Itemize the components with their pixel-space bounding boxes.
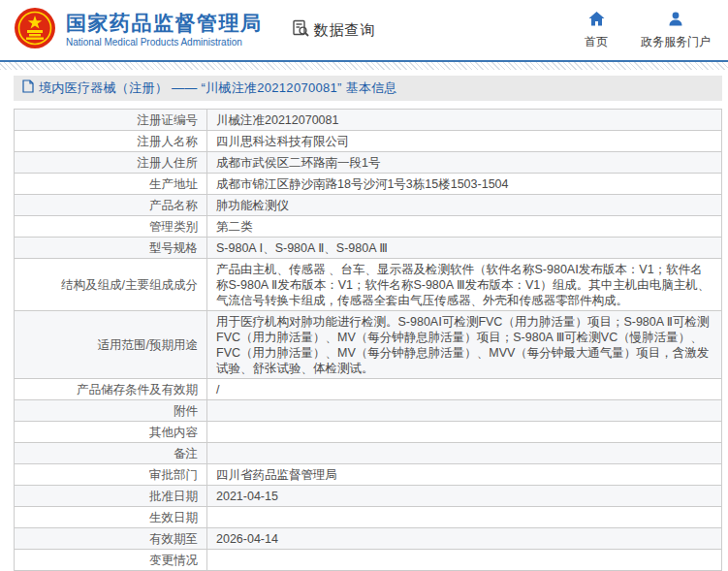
row-value [207, 550, 722, 571]
row-value: 川械注准20212070081 [207, 110, 722, 131]
user-icon [668, 12, 683, 34]
nmpa-logo[interactable]: 国家药品监督管理局 National Medical Products Admi… [14, 7, 263, 53]
table-row: 生效日期 [15, 507, 722, 528]
data-query-button[interactable]: 数据查询 [292, 19, 376, 42]
national-emblem-icon [14, 7, 56, 53]
nav-item-home[interactable]: 首页 [585, 12, 608, 50]
row-label: 附件 [15, 400, 207, 422]
table-row: 产品名称 肺功能检测仪 [15, 195, 722, 216]
row-label: 注册人名称 [15, 131, 207, 152]
row-value: 产品由主机、传感器 、台车、显示器及检测软件（软件名称S-980AⅠ发布版本：V… [207, 259, 722, 311]
table-row: 型号规格 S-980A Ⅰ、S-980A Ⅱ、S-980A Ⅲ [15, 238, 722, 259]
row-label: 适用范围/预期用途 [15, 311, 207, 379]
table-row: 附件 [15, 400, 722, 422]
row-value: S-980A Ⅰ、S-980A Ⅱ、S-980A Ⅲ [207, 238, 722, 259]
row-label: 其他内容 [15, 422, 207, 443]
page-title: 境内医疗器械（注册） —— “川械注准20212070081” 基本信息 [39, 79, 397, 97]
row-label: 批准日期 [15, 486, 207, 507]
row-value: 第二类 [207, 216, 722, 238]
row-label: 审批部门 [15, 464, 207, 486]
row-value: 四川省药品监督管理局 [207, 464, 722, 486]
nav-item-portal[interactable]: 政务服务门户 [641, 12, 711, 50]
row-label: 生效日期 [15, 507, 207, 528]
table-row: 备注 [15, 443, 722, 464]
row-label: 生产地址 [15, 174, 207, 195]
row-value [207, 400, 722, 422]
row-value [207, 507, 722, 528]
table-row: 注册证编号 川械注准20212070081 [15, 110, 722, 131]
org-name-cn: 国家药品监督管理局 [66, 12, 263, 35]
table-row: 管理类别 第二类 [15, 216, 722, 238]
nav-item-label: 政务服务门户 [641, 34, 711, 50]
registration-info-table: 注册证编号 川械注准20212070081 注册人名称 四川思科达科技有限公司 … [14, 109, 722, 571]
row-value: 2026-04-14 [207, 528, 722, 550]
row-value: 肺功能检测仪 [207, 195, 722, 216]
row-value: / [207, 379, 722, 400]
org-name-en: National Medical Products Administration [66, 37, 263, 48]
table-row: 注册人名称 四川思科达科技有限公司 [15, 131, 722, 152]
row-value [207, 443, 722, 464]
row-label: 结构及组成/主要组成成分 [15, 259, 207, 311]
table-row: 注册人住所 成都市武侯区二环路南一段1号 [15, 152, 722, 174]
document-icon [22, 79, 39, 97]
data-query-label: 数据查询 [314, 21, 376, 40]
table-row: 变更情况 [15, 550, 722, 571]
row-label: 产品储存条件及有效期 [15, 379, 207, 400]
row-label: 注册证编号 [15, 110, 207, 131]
row-label: 型号规格 [15, 238, 207, 259]
nav-item-label: 首页 [585, 34, 608, 50]
table-row: 批准日期 2021-04-15 [15, 486, 722, 507]
row-label: 注册人住所 [15, 152, 207, 174]
row-value: 用于医疗机构对肺功能进行检测。S-980AⅠ可检测FVC（用力肺活量）项目；S-… [207, 311, 722, 379]
row-label: 管理类别 [15, 216, 207, 238]
document-search-icon [292, 19, 314, 42]
row-value: 四川思科达科技有限公司 [207, 131, 722, 152]
row-label: 有效期至 [15, 528, 207, 550]
row-value: 成都市锦江区静沙南路18号沙河1号3栋15楼1503-1504 [207, 174, 722, 195]
table-row: 生产地址 成都市锦江区静沙南路18号沙河1号3栋15楼1503-1504 [15, 174, 722, 195]
row-value: 2021-04-15 [207, 486, 722, 507]
row-label: 产品名称 [15, 195, 207, 216]
decorative-hatch-strip [0, 62, 728, 70]
site-header: 国家药品监督管理局 National Medical Products Admi… [0, 0, 728, 60]
row-label: 备注 [15, 443, 207, 464]
table-row: 其他内容 [15, 422, 722, 443]
header-nav: 首页 政务服务门户 [585, 12, 711, 50]
table-row: 适用范围/预期用途 用于医疗机构对肺功能进行检测。S-980AⅠ可检测FVC（用… [15, 311, 722, 379]
table-row: 结构及组成/主要组成成分 产品由主机、传感器 、台车、显示器及检测软件（软件名称… [15, 259, 722, 311]
table-row: 有效期至 2026-04-14 [15, 528, 722, 550]
breadcrumb: 境内医疗器械（注册） —— “川械注准20212070081” 基本信息 [14, 76, 722, 101]
home-icon [588, 12, 605, 34]
table-row: 审批部门 四川省药品监督管理局 [15, 464, 722, 486]
row-value [207, 422, 722, 443]
table-row: 产品储存条件及有效期 / [15, 379, 722, 400]
row-label: 变更情况 [15, 550, 207, 571]
row-value: 成都市武侯区二环路南一段1号 [207, 152, 722, 174]
